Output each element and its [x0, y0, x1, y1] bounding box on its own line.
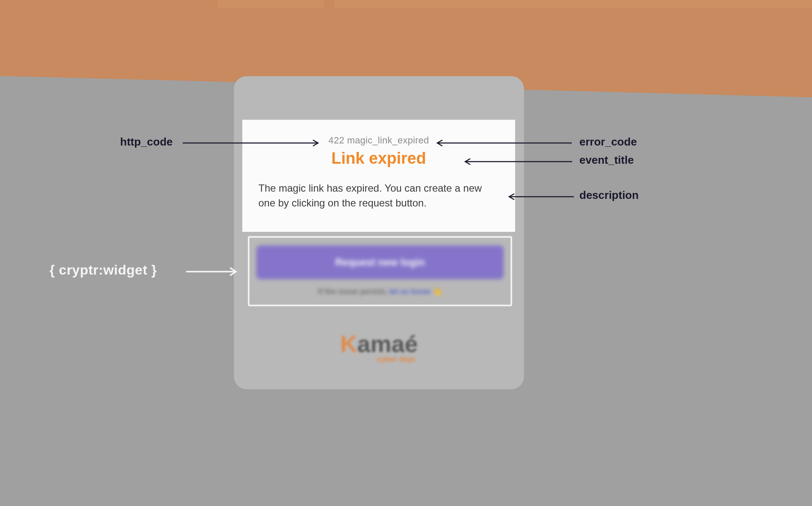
issue-persist-text: If the issue persist, let us know 👋 [256, 287, 504, 296]
error-code-value: magic_link_expired [347, 135, 429, 146]
logo-text: amaé [357, 330, 418, 357]
arrow-cryptr-widget [186, 267, 243, 278]
annotation-cryptr-widget: { cryptr:widget } [49, 262, 157, 278]
background-header-blocks [218, 0, 812, 8]
http-code-value: 422 [329, 135, 345, 146]
arrow-http-code [183, 140, 326, 148]
cryptr-widget-area: Request new login If the issue persist, … [248, 236, 512, 306]
arrow-description [504, 193, 574, 202]
arrow-event-title [460, 158, 572, 167]
annotation-error-code: error_code [579, 135, 637, 148]
arrow-error-code [432, 140, 572, 148]
brand-logo: Kamaé cyber dojo [340, 330, 418, 364]
annotation-event-title: event_title [579, 154, 634, 167]
button-label: Request new login [335, 256, 425, 268]
wave-emoji-icon: 👋 [433, 287, 442, 296]
error-description: The magic link has expired. You can crea… [258, 181, 499, 211]
let-us-know-link[interactable]: let us know [389, 287, 431, 296]
request-new-login-button[interactable]: Request new login [256, 245, 504, 279]
annotation-description: description [579, 189, 639, 202]
annotation-http-code: http_code [120, 135, 173, 148]
error-panel: 422 magic_link_expired Link expired The … [242, 120, 515, 232]
